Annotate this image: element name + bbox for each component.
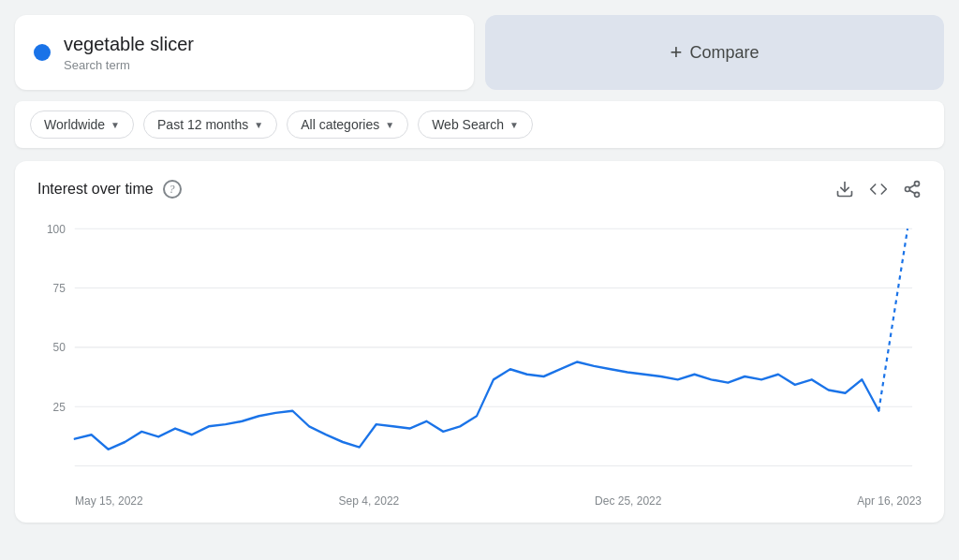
location-filter[interactable]: Worldwide ▼	[30, 111, 134, 139]
plus-icon: +	[671, 40, 683, 65]
svg-text:50: 50	[53, 341, 66, 355]
svg-text:100: 100	[47, 222, 66, 236]
share-icon[interactable]	[903, 180, 922, 199]
x-labels: May 15, 2022 Sep 4, 2022 Dec 25, 2022 Ap…	[37, 489, 922, 508]
category-label: All categories	[301, 117, 379, 132]
top-section: vegetable slicer Search term + Compare	[0, 0, 959, 101]
embed-icon[interactable]	[869, 180, 888, 199]
chart-title: Interest over time	[37, 181, 154, 198]
location-label: Worldwide	[44, 117, 105, 132]
term-color-dot	[34, 44, 51, 61]
svg-text:75: 75	[53, 281, 66, 295]
svg-text:25: 25	[53, 400, 66, 414]
download-icon[interactable]	[835, 180, 854, 199]
compare-label: Compare	[689, 43, 759, 63]
time-range-chevron: ▼	[254, 120, 263, 130]
x-label-3: Dec 25, 2022	[595, 494, 661, 508]
chart-header: Interest over time ?	[37, 180, 922, 199]
time-range-label: Past 12 months	[157, 117, 248, 132]
category-filter[interactable]: All categories ▼	[287, 111, 408, 139]
compare-card[interactable]: + Compare	[485, 15, 944, 90]
category-chevron: ▼	[385, 120, 394, 130]
chart-section: Interest over time ?	[15, 161, 944, 523]
svg-line-4	[909, 190, 915, 193]
search-term-label: vegetable slicer	[64, 32, 194, 56]
time-range-filter[interactable]: Past 12 months ▼	[143, 111, 277, 139]
svg-line-15	[878, 228, 907, 410]
search-term-text: vegetable slicer Search term	[64, 32, 194, 73]
chart-actions	[835, 180, 922, 199]
chart-container: 100 75 50 25	[37, 208, 922, 489]
search-type-chevron: ▼	[509, 120, 519, 130]
svg-line-5	[909, 184, 915, 187]
x-label-2: Sep 4, 2022	[339, 494, 400, 508]
x-label-4: Apr 16, 2023	[857, 494, 922, 508]
search-term-sublabel: Search term	[64, 58, 130, 72]
help-icon[interactable]: ?	[163, 180, 182, 199]
search-type-filter[interactable]: Web Search ▼	[418, 111, 533, 139]
chart-title-group: Interest over time ?	[37, 180, 182, 199]
location-chevron: ▼	[111, 120, 120, 130]
search-term-card: vegetable slicer Search term	[15, 15, 474, 90]
search-type-label: Web Search	[432, 117, 504, 132]
x-label-1: May 15, 2022	[75, 494, 143, 508]
trend-chart: 100 75 50 25	[37, 208, 922, 489]
filters-bar: Worldwide ▼ Past 12 months ▼ All categor…	[15, 101, 944, 148]
